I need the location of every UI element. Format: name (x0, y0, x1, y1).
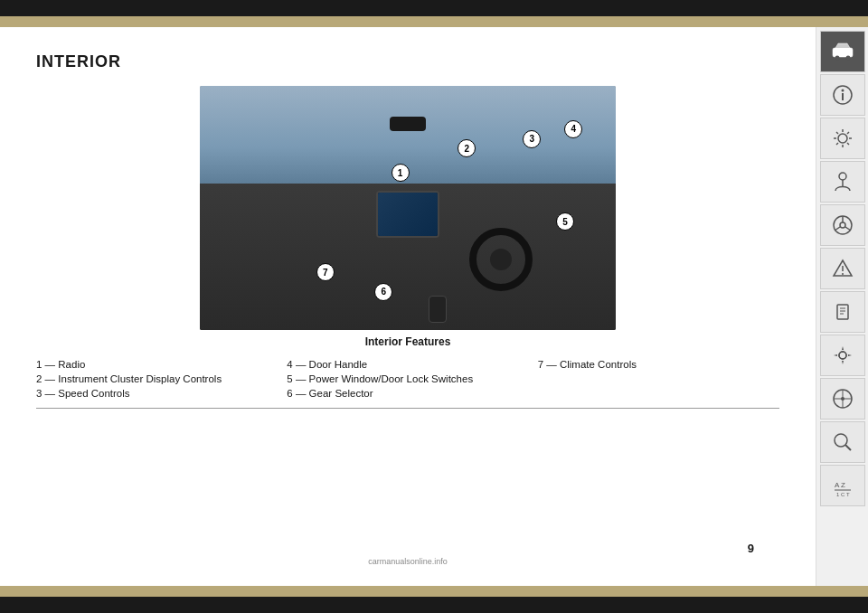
sun-icon (830, 126, 855, 151)
right-sidebar: A Z 1 C T (816, 27, 868, 586)
sidebar-icon-safety[interactable] (820, 161, 865, 203)
svg-point-33 (841, 397, 844, 401)
image-caption: Interior Features (36, 335, 779, 348)
info-icon (830, 82, 855, 108)
watermark: carmanualsonline.info (368, 557, 448, 566)
svg-line-11 (836, 132, 838, 134)
svg-point-2 (845, 56, 850, 61)
feature-item-6: 6 — Gear Selector (287, 386, 528, 401)
top-black-bar (0, 0, 868, 16)
wrench-icon (830, 299, 855, 325)
callout-6: 6 (374, 283, 392, 301)
svg-line-20 (845, 227, 851, 231)
glossary-icon: A Z 1 C T (830, 473, 855, 498)
svg-line-12 (847, 143, 849, 145)
svg-line-21 (835, 227, 840, 231)
svg-rect-0 (833, 48, 853, 57)
callout-4: 4 (564, 120, 582, 138)
person-icon (830, 169, 855, 194)
svg-line-14 (836, 143, 838, 145)
steering-wheel-icon (830, 212, 855, 238)
sidebar-icon-glossary[interactable]: A Z 1 C T (820, 465, 865, 506)
main-content: INTERIOR (0, 27, 868, 586)
sidebar-icon-maintenance[interactable] (820, 291, 865, 333)
feature-item-2: 2 — Instrument Cluster Display Controls (36, 372, 278, 386)
feature-item-1: 1 — Radio (36, 357, 278, 372)
top-gold-bar (0, 16, 868, 27)
svg-point-23 (842, 273, 844, 275)
page-number: 9 (748, 542, 754, 555)
car-interior-image: 1 2 3 4 5 6 7 (200, 86, 616, 330)
features-column-3: 7 — Climate Controls (538, 357, 779, 401)
feature-item-3: 3 — Speed Controls (36, 386, 278, 401)
svg-point-34 (835, 434, 847, 447)
feature-item-7: 7 — Climate Controls (538, 357, 779, 372)
section-divider (36, 408, 779, 409)
sidebar-icon-car-overview[interactable] (820, 31, 865, 72)
callout-7: 7 (316, 263, 335, 281)
bottom-gold-bar (0, 586, 868, 597)
svg-rect-24 (837, 305, 848, 319)
sidebar-icon-info[interactable] (820, 74, 865, 116)
page-body: INTERIOR (0, 27, 816, 586)
bottom-black-bar (0, 597, 868, 613)
warning-triangle-icon (830, 256, 855, 281)
svg-text:1 C T: 1 C T (836, 492, 850, 497)
svg-point-5 (841, 90, 844, 92)
features-grid: 1 — Radio 2 — Instrument Cluster Display… (36, 357, 779, 401)
navigation-icon (830, 386, 855, 411)
svg-point-1 (835, 56, 839, 61)
sidebar-icon-steering[interactable] (820, 204, 865, 246)
svg-line-13 (847, 132, 849, 134)
svg-line-35 (845, 445, 851, 450)
sidebar-icon-lighting[interactable] (820, 118, 865, 159)
svg-point-29 (839, 352, 846, 359)
search-icon (830, 429, 855, 455)
features-column-2: 4 — Door Handle 5 — Power Window/Door Lo… (287, 357, 528, 401)
features-column-1: 1 — Radio 2 — Instrument Cluster Display… (36, 357, 278, 401)
interior-image-wrapper: 1 2 3 4 5 6 7 (36, 86, 779, 330)
feature-item-5: 5 — Power Window/Door Lock Switches (287, 372, 528, 386)
svg-point-15 (839, 173, 846, 180)
callout-3: 3 (523, 130, 541, 148)
feature-item-4: 4 — Door Handle (287, 357, 528, 372)
car-overview-icon (830, 39, 855, 64)
sidebar-icon-navigation[interactable] (820, 378, 865, 420)
sidebar-icon-settings[interactable] (820, 335, 865, 376)
gear-icon (830, 343, 855, 368)
callout-1: 1 (392, 164, 410, 182)
dashboard-area (200, 184, 616, 330)
page-title: INTERIOR (36, 52, 779, 71)
svg-point-18 (840, 222, 845, 228)
svg-text:A Z: A Z (835, 481, 845, 489)
sidebar-icon-search[interactable] (820, 421, 865, 463)
sidebar-icon-warnings[interactable] (820, 248, 865, 289)
svg-point-6 (838, 134, 847, 143)
